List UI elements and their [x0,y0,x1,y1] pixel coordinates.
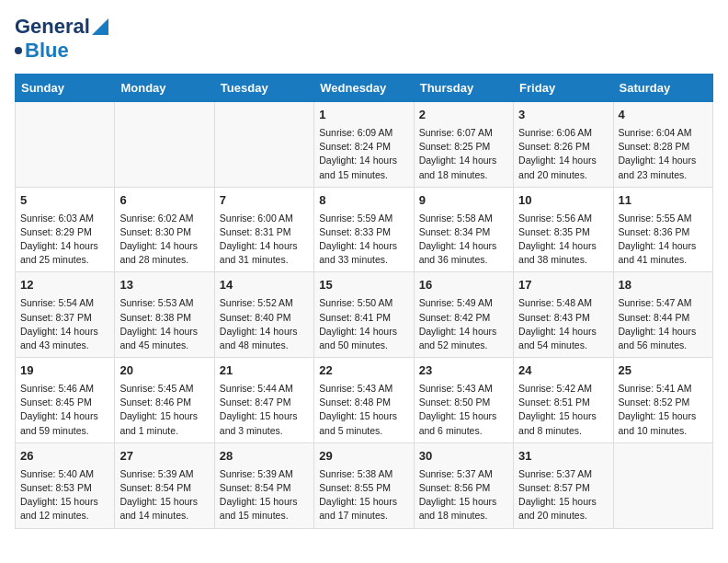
cell-content: Sunrise: 5:40 AM Sunset: 8:53 PM Dayligh… [20,467,109,523]
cell-content: Sunrise: 6:00 AM Sunset: 8:31 PM Dayligh… [220,212,309,268]
calendar-cell: 13Sunrise: 5:53 AM Sunset: 8:38 PM Dayli… [115,272,214,358]
cell-content: Sunrise: 5:50 AM Sunset: 8:41 PM Dayligh… [319,296,408,352]
calendar-cell: 7Sunrise: 6:00 AM Sunset: 8:31 PM Daylig… [214,187,313,272]
day-number: 9 [419,192,508,210]
calendar-cell: 15Sunrise: 5:50 AM Sunset: 8:41 PM Dayli… [314,272,414,358]
calendar-cell: 1Sunrise: 6:09 AM Sunset: 8:24 PM Daylig… [314,102,414,188]
calendar-cell [214,102,313,188]
day-number: 20 [119,362,209,380]
cell-content: Sunrise: 5:41 AM Sunset: 8:52 PM Dayligh… [619,382,708,438]
logo: General Blue [15,15,108,63]
svg-marker-0 [92,18,108,35]
calendar-cell: 6Sunrise: 6:02 AM Sunset: 8:30 PM Daylig… [115,187,214,272]
calendar-cell: 14Sunrise: 5:52 AM Sunset: 8:40 PM Dayli… [214,272,313,358]
calendar-cell: 3Sunrise: 6:06 AM Sunset: 8:26 PM Daylig… [514,102,613,188]
cell-content: Sunrise: 6:06 AM Sunset: 8:26 PM Dayligh… [518,126,608,182]
calendar-cell: 10Sunrise: 5:56 AM Sunset: 8:35 PM Dayli… [514,187,613,272]
calendar-cell: 16Sunrise: 5:49 AM Sunset: 8:42 PM Dayli… [414,272,513,358]
calendar-cell: 18Sunrise: 5:47 AM Sunset: 8:44 PM Dayli… [613,272,712,358]
calendar-cell: 2Sunrise: 6:07 AM Sunset: 8:25 PM Daylig… [414,102,513,188]
cell-content: Sunrise: 6:09 AM Sunset: 8:24 PM Dayligh… [319,126,408,182]
day-number: 6 [119,192,209,210]
day-number: 14 [220,277,309,294]
cell-content: Sunrise: 5:39 AM Sunset: 8:54 PM Dayligh… [119,467,209,523]
day-number: 8 [319,192,408,210]
logo-icon [92,18,108,35]
day-number: 5 [20,192,109,210]
logo-dot [15,47,22,54]
day-number: 26 [20,448,109,465]
cell-content: Sunrise: 5:47 AM Sunset: 8:44 PM Dayligh… [619,296,708,352]
cell-content: Sunrise: 5:44 AM Sunset: 8:47 PM Dayligh… [220,382,309,438]
day-number: 16 [419,277,508,294]
cell-content: Sunrise: 5:49 AM Sunset: 8:42 PM Dayligh… [419,296,508,352]
day-header-friday: Friday [514,75,613,102]
cell-content: Sunrise: 5:48 AM Sunset: 8:43 PM Dayligh… [518,296,608,352]
day-number: 15 [319,277,408,294]
calendar-cell: 29Sunrise: 5:38 AM Sunset: 8:55 PM Dayli… [314,442,414,528]
day-number: 3 [518,107,608,124]
day-number: 31 [518,448,608,465]
cell-content: Sunrise: 5:52 AM Sunset: 8:40 PM Dayligh… [220,296,309,352]
day-number: 11 [619,192,708,210]
day-number: 22 [319,362,408,380]
day-number: 2 [419,107,508,124]
cell-content: Sunrise: 5:59 AM Sunset: 8:33 PM Dayligh… [319,212,408,268]
calendar-cell: 4Sunrise: 6:04 AM Sunset: 8:28 PM Daylig… [613,102,712,188]
cell-content: Sunrise: 5:37 AM Sunset: 8:57 PM Dayligh… [518,467,608,523]
day-header-sunday: Sunday [16,75,115,102]
cell-content: Sunrise: 5:46 AM Sunset: 8:45 PM Dayligh… [20,382,109,438]
day-header-monday: Monday [115,75,214,102]
day-number: 19 [20,362,109,380]
day-number: 12 [20,277,109,294]
day-number: 27 [119,448,209,465]
week-row-4: 19Sunrise: 5:46 AM Sunset: 8:45 PM Dayli… [16,358,713,443]
calendar-cell [115,102,214,188]
page-header: General Blue [15,15,713,63]
day-number: 23 [419,362,508,380]
calendar-cell: 12Sunrise: 5:54 AM Sunset: 8:37 PM Dayli… [16,272,115,358]
day-number: 21 [220,362,309,380]
day-number: 28 [220,448,309,465]
calendar-cell: 26Sunrise: 5:40 AM Sunset: 8:53 PM Dayli… [16,442,115,528]
calendar-cell: 19Sunrise: 5:46 AM Sunset: 8:45 PM Dayli… [16,358,115,443]
calendar-cell: 11Sunrise: 5:55 AM Sunset: 8:36 PM Dayli… [613,187,712,272]
day-number: 1 [319,107,408,124]
day-number: 18 [619,277,708,294]
cell-content: Sunrise: 5:58 AM Sunset: 8:34 PM Dayligh… [419,212,508,268]
calendar-cell: 5Sunrise: 6:03 AM Sunset: 8:29 PM Daylig… [16,187,115,272]
calendar-cell: 17Sunrise: 5:48 AM Sunset: 8:43 PM Dayli… [514,272,613,358]
logo-general: General [15,15,90,39]
calendar-cell: 9Sunrise: 5:58 AM Sunset: 8:34 PM Daylig… [414,187,513,272]
day-number: 25 [619,362,708,380]
cell-content: Sunrise: 6:02 AM Sunset: 8:30 PM Dayligh… [119,212,209,268]
days-header-row: SundayMondayTuesdayWednesdayThursdayFrid… [16,75,713,102]
cell-content: Sunrise: 6:07 AM Sunset: 8:25 PM Dayligh… [419,126,508,182]
calendar-cell: 31Sunrise: 5:37 AM Sunset: 8:57 PM Dayli… [514,442,613,528]
day-number: 24 [518,362,608,380]
day-header-tuesday: Tuesday [214,75,313,102]
calendar-cell: 30Sunrise: 5:37 AM Sunset: 8:56 PM Dayli… [414,442,513,528]
cell-content: Sunrise: 5:45 AM Sunset: 8:46 PM Dayligh… [119,382,209,438]
day-header-saturday: Saturday [613,75,712,102]
cell-content: Sunrise: 5:54 AM Sunset: 8:37 PM Dayligh… [20,296,109,352]
day-number: 13 [119,277,209,294]
calendar-cell: 25Sunrise: 5:41 AM Sunset: 8:52 PM Dayli… [613,358,712,443]
week-row-2: 5Sunrise: 6:03 AM Sunset: 8:29 PM Daylig… [16,187,713,272]
week-row-1: 1Sunrise: 6:09 AM Sunset: 8:24 PM Daylig… [16,102,713,188]
week-row-3: 12Sunrise: 5:54 AM Sunset: 8:37 PM Dayli… [16,272,713,358]
calendar-cell: 21Sunrise: 5:44 AM Sunset: 8:47 PM Dayli… [214,358,313,443]
calendar-cell [613,442,712,528]
day-header-wednesday: Wednesday [314,75,414,102]
day-number: 10 [518,192,608,210]
calendar-cell: 8Sunrise: 5:59 AM Sunset: 8:33 PM Daylig… [314,187,414,272]
calendar-cell: 27Sunrise: 5:39 AM Sunset: 8:54 PM Dayli… [115,442,214,528]
calendar-cell: 22Sunrise: 5:43 AM Sunset: 8:48 PM Dayli… [314,358,414,443]
calendar-cell [16,102,115,188]
day-number: 30 [419,448,508,465]
day-number: 17 [518,277,608,294]
week-row-5: 26Sunrise: 5:40 AM Sunset: 8:53 PM Dayli… [16,442,713,528]
day-number: 7 [220,192,309,210]
calendar-table: SundayMondayTuesdayWednesdayThursdayFrid… [15,74,713,529]
calendar-cell: 28Sunrise: 5:39 AM Sunset: 8:54 PM Dayli… [214,442,313,528]
